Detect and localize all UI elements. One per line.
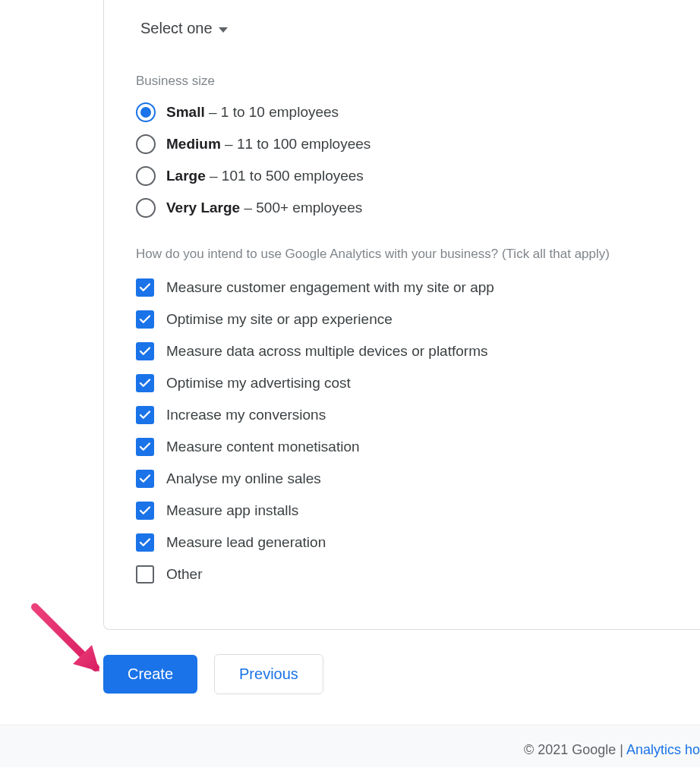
checkbox-label: Measure customer engagement with my site… [166, 279, 494, 296]
business-size-radio-group: Small – 1 to 10 employeesMedium – 11 to … [136, 102, 668, 218]
checkbox-option-3[interactable]: Optimise my advertising cost [136, 374, 668, 392]
usage-question: How do you intend to use Google Analytic… [136, 247, 668, 262]
checkbox-option-9[interactable]: Other [136, 565, 668, 584]
checkbox-label: Measure content monetisation [166, 439, 360, 455]
radio-label: Very Large – 500+ employees [166, 200, 362, 216]
checkbox-option-6[interactable]: Analyse my online sales [136, 470, 668, 488]
footer: © 2021 Google | Analytics ho [0, 725, 700, 767]
checkbox-option-2[interactable]: Measure data across multiple devices or … [136, 342, 668, 360]
checkbox-icon [136, 470, 154, 488]
checkbox-icon [136, 533, 154, 552]
radio-icon [136, 198, 156, 218]
checkbox-label: Other [166, 566, 203, 583]
select-label: Select one [140, 20, 213, 37]
radio-icon [136, 102, 156, 122]
form-panel: Select one Business size Small – 1 to 10… [103, 0, 700, 630]
checkbox-icon [136, 406, 154, 424]
radio-option-0[interactable]: Small – 1 to 10 employees [136, 102, 668, 122]
checkbox-label: Measure data across multiple devices or … [166, 343, 487, 360]
radio-label: Medium – 11 to 100 employees [166, 136, 370, 153]
checkbox-icon [136, 565, 154, 584]
checkbox-option-0[interactable]: Measure customer engagement with my site… [136, 278, 668, 297]
radio-option-3[interactable]: Very Large – 500+ employees [136, 198, 668, 218]
checkbox-option-1[interactable]: Optimise my site or app experience [136, 310, 668, 329]
usage-checkbox-group: Measure customer engagement with my site… [136, 278, 668, 584]
checkbox-label: Measure lead generation [166, 534, 326, 551]
checkbox-option-8[interactable]: Measure lead generation [136, 533, 668, 552]
business-size-label: Business size [136, 74, 668, 89]
checkbox-label: Measure app installs [166, 502, 298, 519]
checkbox-option-5[interactable]: Measure content monetisation [136, 438, 668, 456]
checkbox-option-4[interactable]: Increase my conversions [136, 406, 668, 424]
checkbox-icon [136, 278, 154, 297]
radio-icon [136, 166, 156, 186]
footer-sep: | [616, 742, 626, 757]
checkbox-icon [136, 342, 154, 360]
footer-link[interactable]: Analytics ho [626, 742, 700, 757]
checkbox-icon [136, 502, 154, 520]
create-button[interactable]: Create [103, 655, 197, 694]
radio-option-1[interactable]: Medium – 11 to 100 employees [136, 134, 668, 154]
radio-label: Large – 101 to 500 employees [166, 168, 364, 184]
checkbox-icon [136, 374, 154, 392]
industry-select[interactable]: Select one [140, 20, 228, 37]
checkbox-icon [136, 438, 154, 456]
radio-icon [136, 134, 156, 154]
checkbox-label: Increase my conversions [166, 407, 326, 423]
caret-down-icon [219, 27, 228, 33]
checkbox-label: Optimise my site or app experience [166, 311, 393, 328]
radio-option-2[interactable]: Large – 101 to 500 employees [136, 166, 668, 186]
checkbox-icon [136, 310, 154, 329]
checkbox-label: Analyse my online sales [166, 470, 321, 487]
footer-copyright: © 2021 Google [524, 742, 616, 757]
button-row: Create Previous [103, 654, 700, 725]
checkbox-option-7[interactable]: Measure app installs [136, 502, 668, 520]
radio-label: Small – 1 to 10 employees [166, 104, 339, 121]
checkbox-label: Optimise my advertising cost [166, 375, 351, 392]
previous-button[interactable]: Previous [214, 654, 323, 694]
